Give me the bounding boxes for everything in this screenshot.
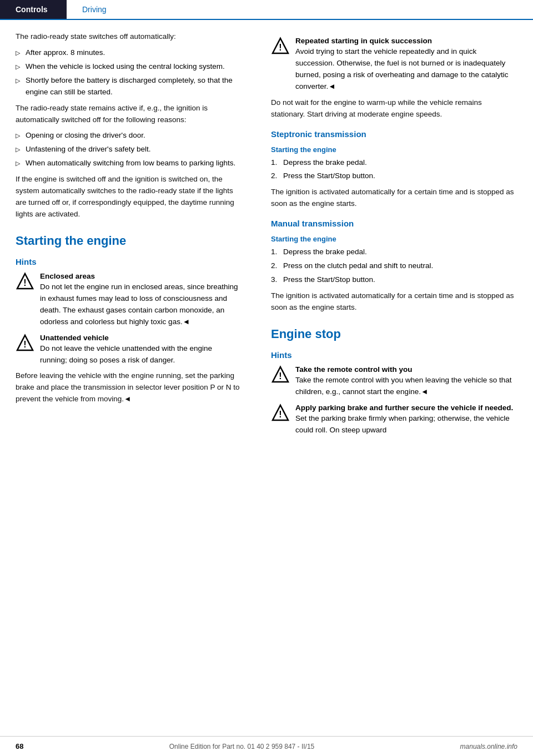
step-item: 1.Depress the brake pedal. xyxy=(271,246,517,258)
step-item: 1.Depress the brake pedal. xyxy=(271,157,517,169)
manual-transmission-heading: Manual transmission xyxy=(271,219,517,228)
warning-icon-5: ! xyxy=(271,404,290,422)
warning-icon-2: ! xyxy=(16,334,34,352)
tab-driving[interactable]: Driving xyxy=(67,0,122,19)
top-navigation: Controls Driving xyxy=(0,0,533,20)
warning-parking-text: Apply parking brake and further secure t… xyxy=(295,404,517,436)
warm-up-text: Do not wait for the engine to warm-up wh… xyxy=(271,97,517,120)
starting-engine-manual-heading: Starting the engine xyxy=(271,235,517,243)
bullet-item: When automatically switching from low be… xyxy=(16,158,240,169)
warning-repeated-body: Avoid trying to start the vehicle repeat… xyxy=(295,46,517,93)
warning-remote-body: Take the remote control with you when le… xyxy=(295,375,517,398)
bullet-item: When the vehicle is locked using the cen… xyxy=(16,61,240,73)
right-column: ! Repeated starting in quick succession … xyxy=(255,31,533,441)
warning-unattended-body: Do not leave the vehicle unattended with… xyxy=(40,343,240,366)
svg-text:!: ! xyxy=(23,278,26,288)
left-column: The radio-ready state switches off autom… xyxy=(0,31,255,441)
warning-unattended-text: Unattended vehicle Do not leave the vehi… xyxy=(40,334,240,366)
hints-heading-left: Hints xyxy=(16,257,240,266)
engine-off-text: If the engine is switched off and the ig… xyxy=(16,174,240,220)
page-number: 68 xyxy=(16,742,23,750)
step-item: 3.Press the Start/Stop button. xyxy=(271,274,517,286)
bullet-item: Opening or closing the driver's door. xyxy=(16,130,240,142)
manual-steps: 1.Depress the brake pedal. 2.Press on th… xyxy=(271,246,517,286)
main-content: The radio-ready state switches off autom… xyxy=(0,20,533,441)
step-item: 2.Press the Start/Stop button. xyxy=(271,170,517,182)
steptronic-steps: 1.Depress the brake pedal. 2.Press the S… xyxy=(271,157,517,183)
reasons-bullets: Opening or closing the driver's door. Un… xyxy=(16,130,240,169)
warning-parking-brake: ! Apply parking brake and further secure… xyxy=(271,404,517,436)
svg-text:!: ! xyxy=(23,340,26,349)
svg-text:!: ! xyxy=(279,410,281,419)
warning-remote-text: Take the remote control with you Take th… xyxy=(295,365,517,398)
footer: 68 Online Edition for Part no. 01 40 2 9… xyxy=(0,736,533,756)
step-item: 2.Press on the clutch pedal and shift to… xyxy=(271,260,517,272)
bullet-item: Unfastening of the driver's safety belt. xyxy=(16,144,240,155)
warning-parking-title: Apply parking brake and further secure t… xyxy=(295,404,517,412)
warning-unattended: ! Unattended vehicle Do not leave the ve… xyxy=(16,334,240,366)
warning-remote-title: Take the remote control with you xyxy=(295,365,517,374)
engine-stop-heading: Engine stop xyxy=(271,327,517,341)
svg-text:!: ! xyxy=(279,43,281,52)
warning-repeated-starting: ! Repeated starting in quick succession … xyxy=(271,37,517,93)
warning-enclosed-title: Enclosed areas xyxy=(40,272,240,280)
intro-text: The radio-ready state switches off autom… xyxy=(16,31,240,43)
ignition-text-steptronic: The ignition is activated automatically … xyxy=(271,187,517,210)
steptronic-heading: Steptronic transmission xyxy=(271,129,517,139)
warning-repeated-title: Repeated starting in quick succession xyxy=(295,37,517,45)
warning-enclosed-areas: ! Enclosed areas Do not let the engine r… xyxy=(16,272,240,328)
ignition-text-manual: The ignition is activated automatically … xyxy=(271,290,517,314)
hints-heading-right: Hints xyxy=(271,350,517,360)
starting-engine-heading: Starting the engine xyxy=(16,234,240,248)
bullet-item: Shortly before the battery is discharged… xyxy=(16,75,240,98)
radio-ready-text: The radio-ready state remains active if,… xyxy=(16,103,240,126)
before-leaving-text: Before leaving the vehicle with the engi… xyxy=(16,370,240,405)
edition-info: Online Edition for Part no. 01 40 2 959 … xyxy=(169,743,315,750)
warning-repeated-text: Repeated starting in quick succession Av… xyxy=(295,37,517,93)
warning-icon-4: ! xyxy=(271,365,290,384)
warning-enclosed-text: Enclosed areas Do not let the engine run… xyxy=(40,272,240,328)
warning-icon-3: ! xyxy=(271,37,290,56)
bullet-item: After approx. 8 minutes. xyxy=(16,47,240,59)
warning-remote: ! Take the remote control with you Take … xyxy=(271,365,517,398)
warning-unattended-title: Unattended vehicle xyxy=(40,334,240,342)
svg-text:!: ! xyxy=(279,371,281,381)
warning-icon-1: ! xyxy=(16,272,34,291)
warning-parking-body: Set the parking brake firmly when parkin… xyxy=(295,413,517,436)
starting-engine-steptronic-heading: Starting the engine xyxy=(271,145,517,154)
warning-enclosed-body: Do not let the engine run in enclosed ar… xyxy=(40,281,240,328)
radio-ready-bullets: After approx. 8 minutes. When the vehicl… xyxy=(16,47,240,98)
footer-logo: manuals.online.info xyxy=(460,743,517,750)
tab-controls[interactable]: Controls xyxy=(0,0,67,19)
